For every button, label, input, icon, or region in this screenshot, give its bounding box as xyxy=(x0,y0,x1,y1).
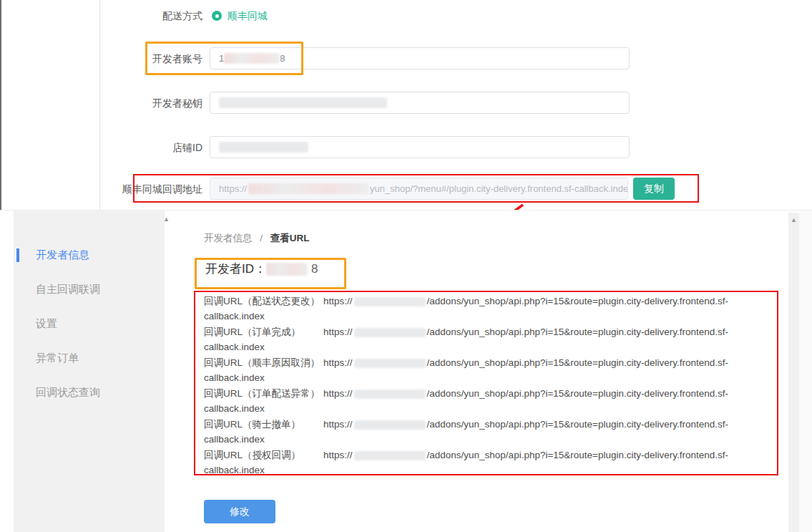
callback-url-value: https:///addons/yun_shop/api.php?i=15&ro… xyxy=(323,448,728,463)
callback-url-row: 回调URL（顺丰原因取消） https:///addons/yun_shop/a… xyxy=(204,355,776,385)
scrollbar-track[interactable]: ▲ xyxy=(788,213,799,532)
developer-info-panel: 开发者信息 自主回调联调 设置 异常订单 回调状态查询 ▲ ▲ 开发者信息 / … xyxy=(0,210,812,532)
developer-account-value-end: 8 xyxy=(280,53,285,64)
redacted-domain xyxy=(354,328,426,337)
redacted-domain xyxy=(354,451,426,460)
sidebar-item-abnormal-orders[interactable]: 异常订单 xyxy=(36,352,79,364)
callback-url-row-label: 回调URL（骑士撤单） xyxy=(204,417,323,432)
redacted-domain xyxy=(354,390,426,399)
sidebar-item-settings[interactable]: 设置 xyxy=(36,317,57,330)
breadcrumb-current: 查看URL xyxy=(270,233,310,243)
callback-url-row-label: 回调URL（订单配送异常） xyxy=(204,386,323,401)
developer-id-value-end: 8 xyxy=(311,262,318,276)
screenshot-root: 配送方式 顺丰同城 开发者账号 1 8 开发者秘钥 店铺ID 顺丰同城回调地址 … xyxy=(0,0,812,532)
callback-url-list: 回调URL（配送状态更改） https:///addons/yun_shop/a… xyxy=(204,294,776,478)
redacted-shop-id-value xyxy=(219,142,308,153)
developer-secret-label: 开发者秘钥 xyxy=(88,97,202,109)
callback-url-suffix: yun_shop/?menu#/plugin.city-delivery.fro… xyxy=(370,183,628,194)
callback-url-wrap: callback.index xyxy=(204,339,776,354)
callback-url-row: 回调URL（授权回调） https:///addons/yun_shop/api… xyxy=(204,448,776,478)
callback-url-row: 回调URL（配送状态更改） https:///addons/yun_shop/a… xyxy=(204,294,776,324)
callback-address-input[interactable]: https:// yun_shop/?menu#/plugin.city-del… xyxy=(210,178,628,200)
scroll-up-icon[interactable]: ▲ xyxy=(163,215,170,223)
redacted-domain xyxy=(248,183,368,194)
active-item-indicator xyxy=(16,248,19,262)
callback-url-value: https:///addons/yun_shop/api.php?i=15&ro… xyxy=(323,324,728,339)
breadcrumb-separator: / xyxy=(260,233,263,243)
redacted-domain xyxy=(354,420,426,430)
sidebar-item-callback-status-query[interactable]: 回调状态查询 xyxy=(36,386,100,399)
developer-secret-input[interactable] xyxy=(210,92,630,114)
right-gutter xyxy=(799,211,812,532)
developer-settings-form: 配送方式 顺丰同城 开发者账号 1 8 开发者秘钥 店铺ID 顺丰同城回调地址 … xyxy=(0,0,812,210)
callback-address-label: 顺丰同城回调地址 xyxy=(88,183,202,195)
developer-id-row: 开发者ID： 8 xyxy=(205,261,318,277)
callback-url-prefix: https:// xyxy=(219,183,247,194)
modify-button[interactable]: 修改 xyxy=(204,500,275,523)
callback-url-value: https:///addons/yun_shop/api.php?i=15&ro… xyxy=(323,386,728,401)
delivery-method-label: 配送方式 xyxy=(88,10,202,21)
radio-selected-icon[interactable] xyxy=(212,11,222,21)
callback-url-value: https:///addons/yun_shop/api.php?i=15&ro… xyxy=(323,417,728,432)
callback-url-row-label: 回调URL（订单完成） xyxy=(204,324,323,339)
breadcrumb-parent[interactable]: 开发者信息 xyxy=(204,233,253,243)
redacted-account-value xyxy=(224,53,280,64)
callback-url-value: https:///addons/yun_shop/api.php?i=15&ro… xyxy=(323,294,728,309)
redacted-secret-value xyxy=(219,97,387,108)
breadcrumb: 开发者信息 / 查看URL xyxy=(204,232,310,245)
sidebar: 开发者信息 自主回调联调 设置 异常订单 回调状态查询 xyxy=(14,211,165,532)
callback-url-wrap: callback.index xyxy=(204,401,776,416)
left-edge-divider xyxy=(0,0,1,210)
callback-url-row-label: 回调URL（配送状态更改） xyxy=(204,294,323,309)
developer-account-input[interactable]: 1 8 xyxy=(210,47,630,69)
callback-url-value: https:///addons/yun_shop/api.php?i=15&ro… xyxy=(323,355,728,370)
scroll-up-icon[interactable]: ▲ xyxy=(791,216,797,224)
shop-id-label: 店铺ID xyxy=(88,142,202,153)
callback-url-row: 回调URL（骑士撤单） https:///addons/yun_shop/api… xyxy=(204,417,776,447)
delivery-method-option[interactable]: 顺丰同城 xyxy=(228,10,268,23)
developer-id-label: 开发者ID： xyxy=(205,261,266,277)
redacted-developer-id xyxy=(266,263,308,276)
callback-url-row-label: 回调URL（授权回调） xyxy=(204,448,323,463)
callback-url-row-label: 回调URL（顺丰原因取消） xyxy=(204,355,323,370)
callback-url-wrap: callback.index xyxy=(204,432,776,447)
redacted-domain xyxy=(354,297,426,306)
callback-url-row: 回调URL（订单完成） https:///addons/yun_shop/api… xyxy=(204,324,776,354)
callback-url-wrap: callback.index xyxy=(204,370,776,385)
shop-id-input[interactable] xyxy=(210,136,630,158)
developer-account-label: 开发者账号 xyxy=(88,53,202,64)
callback-url-row: 回调URL（订单配送异常） https:///addons/yun_shop/a… xyxy=(204,386,776,416)
developer-account-value-start: 1 xyxy=(219,53,224,64)
redacted-domain xyxy=(354,359,426,368)
callback-url-wrap: callback.index xyxy=(204,309,776,324)
copy-button[interactable]: 复制 xyxy=(633,178,675,200)
sidebar-item-developer-info[interactable]: 开发者信息 xyxy=(36,248,89,261)
callback-url-wrap: callback.index xyxy=(204,463,776,478)
sidebar-item-self-callback-debug[interactable]: 自主回调联调 xyxy=(36,283,100,296)
